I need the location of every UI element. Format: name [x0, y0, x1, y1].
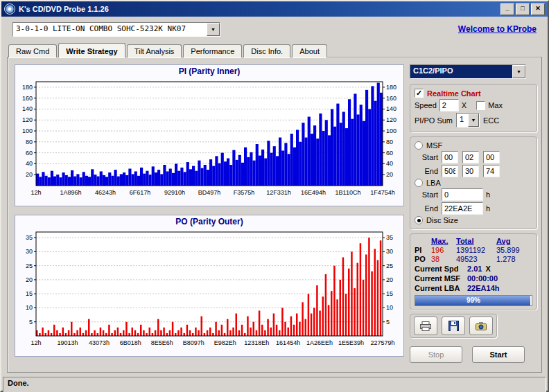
- po-row-label: PO: [415, 255, 431, 263]
- camera-icon: [476, 321, 487, 330]
- chevron-down-icon[interactable]: ▼: [512, 65, 525, 78]
- svg-text:20: 20: [26, 171, 33, 178]
- svg-text:20: 20: [26, 276, 33, 283]
- window-title: K's CD/DVD Probe 1.1.26: [19, 5, 499, 13]
- title-bar: K's CD/DVD Probe 1.1.26 _ □ ✕: [1, 1, 548, 17]
- print-button[interactable]: [414, 317, 437, 335]
- max-speed-label: Max: [488, 101, 503, 109]
- msf-radio[interactable]: [415, 141, 423, 150]
- chevron-down-icon[interactable]: ▼: [468, 114, 479, 127]
- stats-header-total: Total: [456, 237, 496, 245]
- charts-column: PI (Parity Inner) 2020404060608080100100…: [15, 64, 404, 365]
- svg-text:B8097h: B8097h: [183, 339, 204, 346]
- save-button[interactable]: [442, 317, 465, 335]
- pi-avg-value: 35.899: [496, 246, 528, 254]
- svg-text:92910h: 92910h: [164, 189, 185, 196]
- pi-max-value: 196: [431, 246, 456, 254]
- lba-start-input[interactable]: [442, 188, 483, 201]
- msf-start-min[interactable]: [442, 151, 458, 163]
- current-speed-unit: X: [485, 265, 490, 273]
- svg-text:140: 140: [386, 105, 397, 112]
- svg-text:161454h: 161454h: [276, 339, 300, 346]
- lba-start-unit: h: [486, 190, 490, 199]
- pi-row-label: PI: [415, 246, 431, 254]
- stop-button[interactable]: Stop: [410, 346, 462, 363]
- stats-group: Max. Total Avg PI 196 1391192 35.899 PO …: [410, 233, 537, 310]
- snapshot-button[interactable]: [469, 317, 493, 335]
- svg-text:10: 10: [26, 304, 33, 311]
- svg-text:40: 40: [26, 160, 33, 167]
- max-speed-checkbox[interactable]: [476, 101, 485, 110]
- msf-end-min[interactable]: [442, 165, 458, 177]
- po-chart-title: PO (Parity Outer): [15, 217, 403, 228]
- msf-start-frame[interactable]: [483, 151, 500, 163]
- maximize-icon[interactable]: □: [516, 3, 530, 15]
- lba-radio[interactable]: [415, 179, 423, 187]
- chart-options-group: ✓ Realtime Chart Speed X Max PI/PO Sum 1…: [410, 84, 537, 132]
- svg-text:1F4754h: 1F4754h: [370, 189, 395, 196]
- pipo-sum-select[interactable]: 1 ▼: [456, 113, 480, 127]
- msf-label: MSF: [426, 141, 442, 150]
- svg-text:5: 5: [29, 319, 33, 326]
- svg-text:F3575h: F3575h: [234, 189, 255, 196]
- toolbar-row: 3-0-1-0 LITE-ON COMBO SOHC-5232K NK07 ▼ …: [1, 17, 548, 42]
- svg-text:8E5E6h: 8E5E6h: [151, 339, 173, 346]
- svg-text:30: 30: [26, 248, 33, 255]
- pipo-sum-value: 1: [457, 114, 468, 127]
- minimize-icon[interactable]: _: [500, 3, 514, 15]
- svg-text:15: 15: [386, 290, 393, 297]
- realtime-chart-checkbox[interactable]: ✓: [415, 89, 424, 98]
- tab-about[interactable]: About: [292, 44, 327, 57]
- msf-end-frame[interactable]: [483, 165, 500, 177]
- svg-text:35: 35: [386, 234, 393, 241]
- lba-end-input[interactable]: [442, 202, 483, 215]
- po-avg-value: 1.278: [496, 255, 528, 263]
- msf-end-label: End: [415, 167, 438, 175]
- current-speed-value: 2.01: [467, 265, 482, 273]
- pi-chart: 2020404060608080100100120120140140160160…: [15, 78, 403, 205]
- svg-text:46243h: 46243h: [95, 189, 116, 196]
- svg-text:25: 25: [386, 262, 393, 269]
- pipo-sum-label: PI/PO Sum: [415, 116, 453, 125]
- lba-label: LBA: [426, 179, 441, 187]
- speed-input[interactable]: [439, 99, 459, 112]
- disc-size-radio[interactable]: [415, 216, 423, 224]
- svg-text:BD497h: BD497h: [198, 189, 221, 196]
- msf-start-sec[interactable]: [462, 151, 479, 163]
- close-icon[interactable]: ✕: [531, 3, 545, 15]
- msf-end-sec[interactable]: [462, 165, 479, 177]
- stats-header-avg: Avg: [496, 237, 528, 245]
- svg-text:25: 25: [26, 262, 33, 269]
- stats-header-row: Max. Total Avg: [415, 237, 532, 245]
- welcome-link[interactable]: Welcome to KProbe: [458, 24, 537, 34]
- svg-text:15: 15: [26, 290, 33, 297]
- svg-text:1E5E39h: 1E5E39h: [338, 339, 364, 346]
- app-icon: [4, 3, 15, 15]
- tab-performance[interactable]: Performance: [183, 44, 242, 57]
- drive-select[interactable]: 3-0-1-0 LITE-ON COMBO SOHC-5232K NK07 ▼: [12, 22, 220, 37]
- speed-x-label: X: [462, 101, 467, 109]
- svg-text:120: 120: [22, 116, 33, 123]
- current-lba-row: Current LBA 22EA14h: [415, 284, 532, 292]
- speed-label: Speed: [415, 101, 437, 109]
- tab-tilt-analysis[interactable]: Tilt Analysis: [127, 44, 182, 57]
- svg-text:160: 160: [22, 95, 33, 102]
- mode-select[interactable]: C1C2/PIPO ▼: [410, 64, 526, 79]
- pi-chart-title: PI (Parity Inner): [15, 66, 403, 78]
- start-button[interactable]: Start: [472, 346, 525, 363]
- svg-text:1A26EEh: 1A26EEh: [306, 339, 333, 346]
- msf-start-label: Start: [415, 153, 438, 161]
- realtime-chart-label: Realtime Chart: [427, 89, 481, 98]
- svg-text:80: 80: [386, 139, 393, 145]
- tab-raw-cmd[interactable]: Raw Cmd: [8, 44, 57, 57]
- current-msf-value: 00:00:00: [467, 274, 498, 283]
- progress-bar: 99%: [415, 295, 532, 306]
- tab-disc-info[interactable]: Disc Info.: [243, 44, 290, 57]
- chevron-down-icon[interactable]: ▼: [207, 23, 220, 36]
- stats-row-pi: PI 196 1391192 35.899: [415, 246, 532, 254]
- po-chart-panel: PO (Parity Outer) 5510101515202025253030…: [15, 215, 404, 357]
- svg-text:19013h: 19013h: [57, 339, 78, 346]
- floppy-disk-icon: [448, 321, 459, 331]
- stats-row-po: PO 38 49523 1.278: [415, 255, 532, 263]
- tab-write-strategy[interactable]: Write Strategy: [58, 43, 125, 57]
